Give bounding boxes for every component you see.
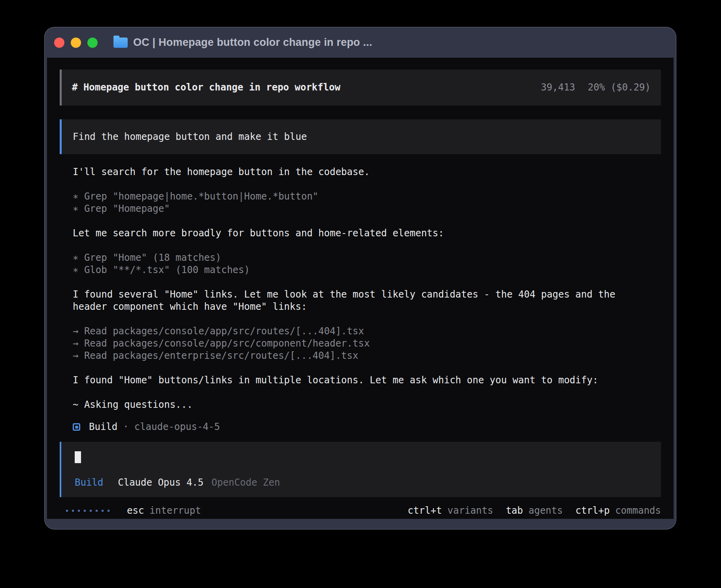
traffic-lights [54, 38, 98, 48]
tool-call-line: → Read packages/console/app/src/routes/[… [73, 325, 661, 337]
context-cost: 20% ($0.29) [588, 81, 651, 94]
tool-call-line: ∗ Glob "**/*.tsx" (100 matches) [73, 264, 661, 276]
assistant-text: I found "Home" buttons/links in multiple… [73, 374, 661, 386]
model-label: Claude Opus 4.5 [118, 477, 204, 489]
shortcut-variants: ctrl+t variants [408, 505, 493, 517]
minimize-button[interactable] [71, 38, 81, 48]
user-message: Find the homepage button and make it blu… [60, 119, 661, 154]
terminal-window: OC | Homepage button color change in rep… [44, 27, 676, 530]
window-title: OC | Homepage button color change in rep… [133, 36, 372, 49]
tool-calls-grep: ∗ Grep "homepage|home.*button|Home.*butt… [73, 190, 661, 215]
tool-call-line: ∗ Grep "Home" (18 matches) [73, 252, 661, 264]
agent-separator: · [123, 421, 128, 433]
title-bar: OC | Homepage button color change in rep… [45, 27, 676, 58]
agent-status-row: Build · claude-opus-4-5 [73, 421, 661, 433]
token-count: 39,413 [541, 81, 575, 94]
folder-icon [113, 38, 128, 48]
tool-call-line: ∗ Grep "homepage|home.*button|Home.*butt… [73, 190, 661, 203]
terminal-content: # Homepage button color change in repo w… [47, 58, 674, 519]
input-status-row: Build Claude Opus 4.5 OpenCode Zen [75, 477, 661, 489]
conversation: I'll search for the homepage button in t… [60, 166, 661, 433]
working-spinner-dots [66, 510, 109, 512]
tool-call-line: ∗ Grep "Homepage" [73, 203, 661, 215]
shortcut-commands: ctrl+p commands [576, 505, 661, 517]
close-button[interactable] [54, 38, 64, 48]
interrupt-key: esc [127, 505, 144, 517]
assistant-text: I found several "Home" links. Let me loo… [73, 288, 661, 313]
session-stats: 39,413 20% ($0.29) [541, 81, 651, 94]
interrupt-label: interrupt [149, 505, 201, 517]
tool-call-line: → Read packages/enterprise/src/routes/[.… [73, 350, 661, 362]
assistant-text: I'll search for the homepage button in t… [73, 166, 661, 178]
text-cursor [75, 451, 81, 463]
assistant-status: ~ Asking questions... [73, 399, 661, 411]
tool-calls-grep-glob: ∗ Grep "Home" (18 matches) ∗ Glob "**/*.… [73, 252, 661, 276]
tool-call-line: → Read packages/console/app/src/componen… [73, 337, 661, 350]
session-title: # Homepage button color change in repo w… [72, 81, 340, 94]
mode-label: Build [75, 477, 103, 489]
agent-model: claude-opus-4-5 [134, 421, 220, 433]
agent-name: Build [89, 421, 117, 433]
zoom-button[interactable] [87, 38, 98, 48]
session-header: # Homepage button color change in repo w… [60, 70, 661, 106]
status-footer: esc interrupt ctrl+t variants tab agents… [60, 505, 661, 517]
provider-label: OpenCode Zen [211, 477, 280, 489]
shortcut-agents: tab agents [506, 505, 563, 517]
tool-calls-read: → Read packages/console/app/src/routes/[… [73, 325, 661, 362]
user-message-text: Find the homepage button and make it blu… [73, 131, 307, 143]
prompt-input[interactable]: Build Claude Opus 4.5 OpenCode Zen [60, 442, 661, 497]
agent-build-icon [73, 423, 80, 431]
footer-shortcuts: ctrl+t variants tab agents ctrl+p comman… [408, 505, 661, 517]
assistant-text: Let me search more broadly for buttons a… [73, 227, 661, 239]
footer-left: esc interrupt [60, 505, 201, 517]
